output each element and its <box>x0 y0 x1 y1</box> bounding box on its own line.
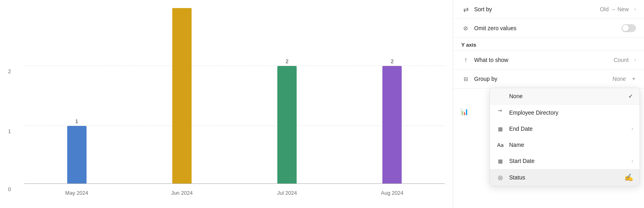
group-by-value: None <box>613 76 626 82</box>
cursor-icon: ✍ <box>624 173 633 182</box>
bar-label-jun: Jun 2024 <box>171 190 193 196</box>
bar-label-jul: Jul 2024 <box>277 190 297 196</box>
bar-label-aug: Aug 2024 <box>381 190 404 196</box>
group-by-arrow: ▼ <box>632 76 636 81</box>
dropdown-item-name[interactable]: Aa Name <box>490 137 640 153</box>
start-date-icon: ▦ <box>496 157 504 165</box>
employee-directory-icon: ↗ <box>495 107 506 118</box>
y-label-2: 2 <box>8 68 11 74</box>
group-by-dropdown: None ✓ ↗ Employee Directory ▦ End Date ›… <box>489 88 640 186</box>
right-panel: ⇄ Sort by Old → New › ⊘ Omit zero values… <box>453 0 644 208</box>
none-icon <box>496 92 504 100</box>
status-label: Status <box>509 174 619 181</box>
x-axis-line <box>24 183 445 184</box>
omit-icon: ⊘ <box>461 24 470 33</box>
employee-directory-label: Employee Directory <box>509 109 633 116</box>
bar-value-jul: 2 <box>286 58 289 64</box>
chart-area: 0 1 2 1 May 2024 Jun 2024 2 Jul 2024 <box>0 0 453 208</box>
what-to-show-icon: ↑ <box>461 56 470 64</box>
bars-container: 1 May 2024 Jun 2024 2 Jul 2024 2 Aug 202… <box>24 8 445 184</box>
bar-aug <box>382 66 402 184</box>
name-label: Name <box>509 142 633 148</box>
y-axis-header: Y axis <box>453 38 644 51</box>
chart-icon: 📊 <box>460 108 469 115</box>
omit-zero-row[interactable]: ⊘ Omit zero values <box>453 19 644 38</box>
bar-may <box>67 126 87 184</box>
what-to-show-arrow: › <box>634 57 636 63</box>
dropdown-item-none[interactable]: None ✓ <box>490 88 640 104</box>
sort-icon: ⇄ <box>461 5 470 14</box>
bar-jul <box>277 66 297 184</box>
sort-by-arrow: › <box>634 6 636 12</box>
dropdown-item-start-date[interactable]: ▦ Start Date › <box>490 153 640 169</box>
start-date-label: Start Date <box>509 158 627 164</box>
bar-value-may: 1 <box>75 118 78 124</box>
group-by-icon: ⊟ <box>461 74 470 83</box>
what-to-show-value: Count <box>614 57 629 63</box>
sort-by-label: Sort by <box>474 6 596 12</box>
name-icon: Aa <box>496 141 504 149</box>
what-to-show-label: What to show <box>474 57 610 63</box>
bar-jun <box>172 8 192 184</box>
end-date-label: End Date <box>509 126 627 132</box>
y-label-0: 0 <box>8 186 11 192</box>
side-icons: 📊 <box>460 108 469 115</box>
dropdown-item-end-date[interactable]: ▦ End Date › <box>490 121 640 137</box>
start-date-arrow: › <box>632 158 633 164</box>
end-date-icon: ▦ <box>496 125 504 133</box>
dropdown-item-employee-directory[interactable]: ↗ Employee Directory <box>490 105 640 121</box>
bar-value-aug: 2 <box>391 58 394 64</box>
chart-inner: 0 1 2 1 May 2024 Jun 2024 2 Jul 2024 <box>24 8 445 184</box>
sort-by-row[interactable]: ⇄ Sort by Old → New › <box>453 0 644 19</box>
bar-label-may: May 2024 <box>65 190 88 196</box>
none-label: None <box>509 93 623 99</box>
status-icon: ◎ <box>496 173 504 181</box>
dropdown-item-status[interactable]: ◎ Status ✍ <box>490 169 640 186</box>
group-by-label: Group by <box>474 76 609 82</box>
end-date-arrow: › <box>632 126 633 132</box>
what-to-show-row[interactable]: ↑ What to show Count › <box>453 51 644 70</box>
group-by-row[interactable]: ⊟ Group by None ▼ <box>453 70 644 89</box>
omit-zero-toggle[interactable] <box>621 24 636 32</box>
none-check: ✓ <box>628 93 633 99</box>
sort-by-value: Old → New <box>600 6 629 12</box>
y-label-1: 1 <box>8 128 11 134</box>
omit-zero-label: Omit zero values <box>474 25 617 31</box>
